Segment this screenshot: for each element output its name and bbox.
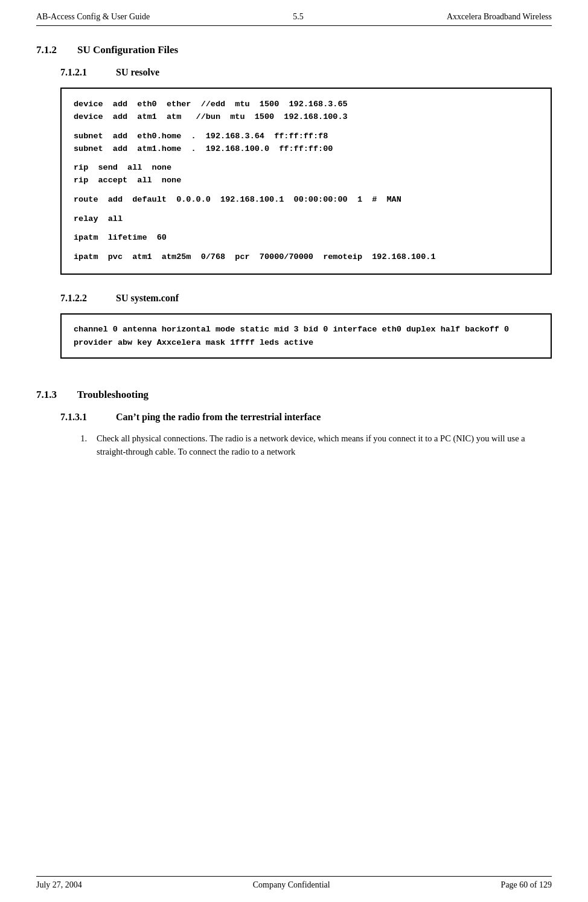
code-line-5: rip accept all none xyxy=(74,174,538,187)
code-line-3: subnet add atm1.home . 192.168.100.0 ff:… xyxy=(74,143,538,156)
code-line-7: relay all xyxy=(74,213,538,226)
section-712-heading: 7.1.2 SU Configuration Files xyxy=(36,44,552,56)
item-num-1: 1. xyxy=(60,432,97,459)
blank-3 xyxy=(74,187,538,194)
sys-line-10: mask 1ffff xyxy=(206,338,255,347)
sys-line-7: backoff 0 xyxy=(465,325,509,334)
numbered-item-1: 1. Check all physical connections. The r… xyxy=(60,432,552,459)
section-713-heading: 7.1.3 Troubleshooting xyxy=(36,389,552,401)
section-713: 7.1.3 Troubleshooting xyxy=(36,389,552,401)
sys-line-0: channel 0 xyxy=(74,325,118,334)
sys-line-11: leds active xyxy=(260,338,313,347)
item-text-1: Check all physical connections. The radi… xyxy=(97,432,552,459)
blank-1 xyxy=(74,124,538,130)
sys-line-4: bid 0 xyxy=(304,325,328,334)
blank-5 xyxy=(74,226,538,232)
header-left: AB-Access Config & User Guide xyxy=(36,12,150,22)
section-7122-number: 7.1.2.2 xyxy=(60,293,87,303)
section-713-title: Troubleshooting xyxy=(77,389,149,400)
section-7121-heading: 7.1.2.1 SU resolve xyxy=(60,67,552,78)
blank-6 xyxy=(74,245,538,251)
code-line-9: ipatm pvc atm1 atm25m 0/768 pcr 70000/70… xyxy=(74,251,538,264)
sys-line-9: key Axxcelera xyxy=(137,338,200,347)
section-7122-code-box: channel 0 antenna horizontal mode static… xyxy=(60,313,552,359)
blank-4 xyxy=(74,206,538,213)
blank-2 xyxy=(74,155,538,162)
section-712: 7.1.2 SU Configuration Files xyxy=(36,44,552,56)
footer-page: Page 60 of 129 xyxy=(501,880,552,890)
sys-line-5: interface eth0 xyxy=(333,325,401,334)
section-713-number: 7.1.3 xyxy=(36,389,57,400)
page-container: AB-Access Config & User Guide 5.5 Axxcel… xyxy=(0,0,588,902)
page-header: AB-Access Config & User Guide 5.5 Axxcel… xyxy=(36,12,552,26)
sys-line-6: duplex half xyxy=(406,325,460,334)
code-line-4: rip send all none xyxy=(74,162,538,174)
footer-date: July 27, 2004 xyxy=(36,880,82,890)
section-712-title: SU Configuration Files xyxy=(77,44,178,56)
section-7131: 7.1.3.1 Can’t ping the radio from the te… xyxy=(60,412,552,459)
section-7121-number: 7.1.2.1 xyxy=(60,67,87,77)
code-line-8: ipatm lifetime 60 xyxy=(74,232,538,245)
section-712-number: 7.1.2 xyxy=(36,44,57,56)
sys-line-8: provider abw xyxy=(74,338,132,347)
code-line-0: device add eth0 ether //edd mtu 1500 192… xyxy=(74,98,538,111)
section-7122-title: SU system.conf xyxy=(116,293,179,303)
section-7121-code-box: device add eth0 ether //edd mtu 1500 192… xyxy=(60,88,552,275)
section-7131-number: 7.1.3.1 xyxy=(60,412,87,422)
sys-line-3: mid 3 xyxy=(274,325,299,334)
section-7122-heading: 7.1.2.2 SU system.conf xyxy=(60,293,552,304)
section-7131-heading: 7.1.3.1 Can’t ping the radio from the te… xyxy=(60,412,552,423)
section-7131-title: Can’t ping the radio from the terrestria… xyxy=(116,412,321,422)
section-7121: 7.1.2.1 SU resolve device add eth0 ether… xyxy=(60,67,552,275)
header-center: 5.5 xyxy=(293,12,304,22)
section-7122: 7.1.2.2 SU system.conf channel 0 antenna… xyxy=(60,293,552,377)
sys-line-1: antenna horizontal xyxy=(123,325,211,334)
code-line-6: route add default 0.0.0.0 192.168.100.1 … xyxy=(74,194,538,206)
code-line-1: device add atm1 atm //bun mtu 1500 192.1… xyxy=(74,111,538,124)
sys-line-2: mode static xyxy=(216,325,269,334)
page-footer: July 27, 2004 Company Confidential Page … xyxy=(36,876,552,890)
header-right: Axxcelera Broadband Wireless xyxy=(447,12,552,22)
code-line-2: subnet add eth0.home . 192.168.3.64 ff:f… xyxy=(74,130,538,143)
section-7121-title: SU resolve xyxy=(116,67,159,77)
footer-confidential: Company Confidential xyxy=(253,880,330,890)
